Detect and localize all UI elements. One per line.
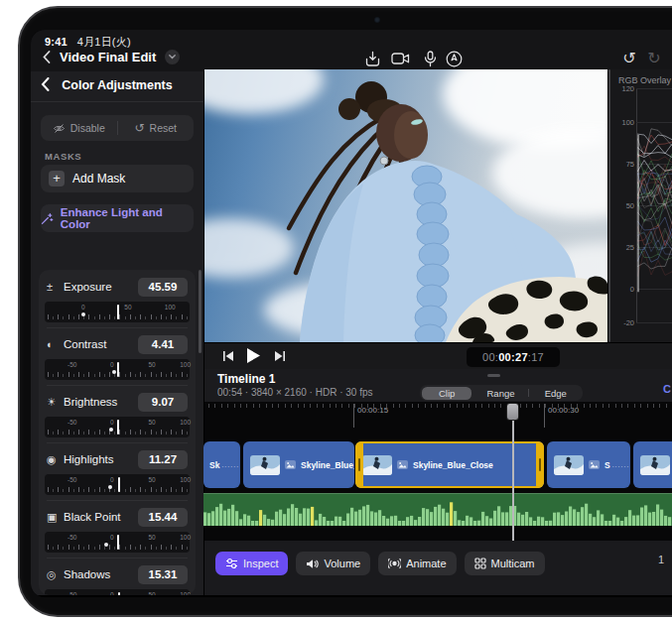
undo-icon[interactable]: ↺ [619, 50, 639, 67]
ruler-cursor[interactable] [118, 592, 120, 595]
ruler-cursor[interactable] [117, 535, 119, 550]
play-button[interactable] [246, 347, 261, 364]
subject-person [204, 69, 607, 342]
playhead-line[interactable] [512, 419, 514, 548]
magic-wand-icon [41, 212, 54, 225]
timeline-drag-handle[interactable] [487, 374, 500, 377]
project-title-bar[interactable]: Video Final Edit [43, 50, 180, 64]
add-mask-button[interactable]: + Add Mask [41, 165, 194, 192]
ruler-scale-label: 50 [148, 476, 155, 483]
slider-ruler[interactable]: -50050100 [45, 589, 190, 595]
timeline-clip-sk[interactable]: Sk...... [203, 441, 240, 488]
color-adjustments-panel: Color Adjustments Disable ↺ Reset MASKS … [31, 71, 203, 595]
scope-scale-label: 120 [614, 84, 634, 93]
masks-section-label: MASKS [45, 151, 81, 162]
redo-icon[interactable]: ↻ [644, 50, 664, 67]
timeline-clip[interactable] [633, 441, 672, 488]
enhance-button[interactable]: Enhance Light and Color [41, 204, 194, 232]
button-label: Animate [406, 558, 446, 569]
video-preview[interactable] [204, 69, 607, 342]
mode-edge[interactable]: Edge [529, 388, 583, 399]
slider-label: Highlights [64, 453, 138, 465]
audio-waveform [203, 494, 672, 526]
multicam-button[interactable]: Multicam [465, 552, 545, 575]
slider-value[interactable]: 15.44 [138, 508, 188, 527]
sliders-icon [225, 558, 238, 569]
ruler-scale-label: -50 [67, 419, 76, 426]
skip-forward-button[interactable] [274, 350, 286, 362]
light-sliders-card: ±Exposure45.59050100◐Contrast4.41-500501… [39, 270, 196, 595]
timeline-clip-skyline_blue_close[interactable]: Skyline_Blue_Close [355, 441, 544, 488]
record-camera-icon[interactable] [390, 50, 410, 67]
timeline-clip-s[interactable]: S...... [547, 441, 630, 488]
plus-icon: + [49, 171, 65, 186]
slider-value[interactable]: 9.07 [138, 393, 188, 412]
panel-scrollbar[interactable] [199, 270, 202, 353]
timeline-ruler[interactable]: 00:00:1500:00:30 [204, 402, 672, 429]
connect-button-partial[interactable]: C [663, 383, 671, 395]
slider-ruler[interactable]: -50050100 [45, 474, 190, 495]
ruler-scale-label: 50 [148, 419, 155, 426]
back-chevron-icon[interactable] [43, 51, 51, 63]
ruler-scale-label: 100 [180, 591, 191, 596]
ruler-scale-label: 0 [110, 534, 114, 541]
slider-brightness: ☀Brightness9.07-50050100 [39, 385, 196, 442]
ruler-scale-label: -50 [67, 361, 76, 368]
ruler-scale-label: 100 [180, 361, 191, 368]
panel-title: Color Adjustments [31, 78, 203, 92]
reset-icon: ↺ [135, 121, 145, 135]
slider-highlights: ◉Highlights11.27-50050100 [39, 442, 196, 500]
animate-button[interactable]: Animate [378, 552, 456, 575]
mode-range[interactable]: Range [473, 388, 527, 399]
scope-waveform [637, 69, 672, 317]
slider-value[interactable]: 4.41 [138, 335, 188, 354]
square-dot-icon: ▣ [47, 511, 64, 524]
trim-handle-left[interactable] [355, 441, 363, 488]
disable-button[interactable]: Disable [41, 122, 117, 134]
clip-thumbnail [640, 455, 670, 475]
import-icon[interactable] [362, 50, 382, 67]
mode-clip[interactable]: Clip [420, 388, 473, 399]
slider-ruler[interactable]: -50050100 [45, 532, 190, 553]
volume-button[interactable]: Volume [296, 552, 370, 575]
ruler-origin-dot [104, 543, 108, 547]
title-dropdown-icon[interactable] [165, 50, 180, 64]
ruler-cursor[interactable] [117, 305, 119, 319]
trim-handle-right[interactable] [536, 441, 544, 488]
ruler-cursor[interactable] [118, 477, 120, 492]
playhead-handle[interactable] [506, 403, 519, 421]
reset-button[interactable]: ↺ Reset [118, 121, 195, 135]
slider-ruler[interactable]: -50050100 [45, 417, 190, 437]
slider-value[interactable]: 45.59 [138, 278, 188, 297]
ruler-cursor[interactable] [117, 420, 119, 435]
slider-ruler[interactable]: 050100 [45, 302, 190, 322]
pencil-tools-icon[interactable] [444, 50, 464, 67]
sun-icon: ☀ [47, 396, 64, 409]
audio-track[interactable] [203, 493, 672, 526]
ruler-scale-label: 0 [110, 361, 114, 368]
animate-icon [388, 558, 401, 569]
ruler-cursor[interactable] [117, 362, 119, 377]
eye-off-icon [53, 123, 66, 134]
status-date: 4月1日(火) [77, 36, 131, 48]
scope-scale-label: 0 [614, 284, 634, 293]
inspect-button[interactable]: Inspect [215, 552, 288, 575]
slider-ruler[interactable]: -50050100 [45, 359, 190, 380]
skip-back-button[interactable] [222, 350, 234, 362]
slider-value[interactable]: 11.27 [138, 450, 188, 469]
slider-label: Shadows [64, 568, 138, 580]
microphone-icon[interactable] [420, 50, 440, 67]
timecode-display[interactable]: 00:00:27:17 [467, 347, 560, 367]
slider-value[interactable]: 15.31 [138, 565, 188, 584]
slider-label: Brightness [64, 396, 138, 408]
slider-label: Exposure [64, 281, 138, 293]
disable-reset-group: Disable ↺ Reset [41, 115, 194, 141]
slider-contrast: ◐Contrast4.41-50050100 [39, 327, 196, 385]
front-camera [374, 17, 380, 23]
timeline-clip-skyline_blue_wide[interactable]: Skyline_Blue_Wide [243, 441, 354, 488]
ruler-scale-label: 50 [124, 304, 131, 310]
ruler-scale-label: 0 [81, 304, 85, 310]
contrast-circle-icon: ◐ [47, 338, 64, 350]
ruler-origin-dot [109, 428, 113, 432]
disable-label: Disable [70, 122, 105, 134]
